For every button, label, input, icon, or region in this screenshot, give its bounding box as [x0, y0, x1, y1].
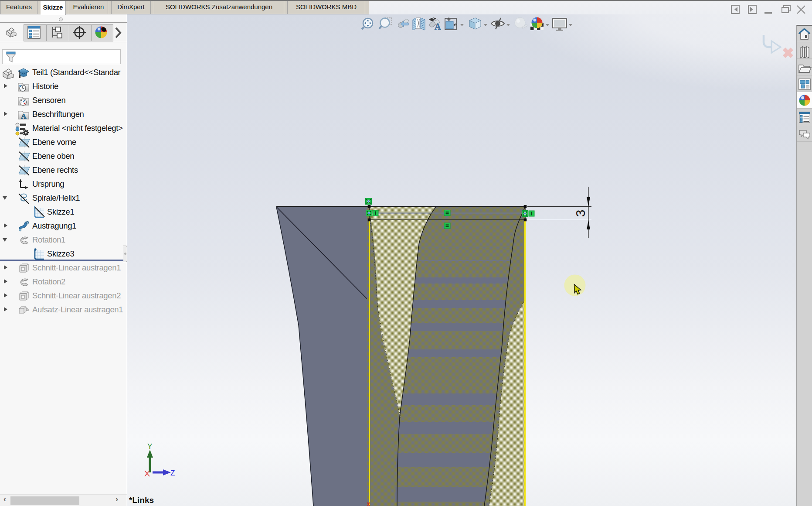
svg-text:Z: Z	[170, 469, 175, 477]
svg-text:Y: Y	[147, 442, 152, 451]
svg-text:A: A	[21, 112, 27, 120]
svg-text:3: 3	[573, 210, 588, 217]
svg-text:A: A	[435, 22, 441, 31]
